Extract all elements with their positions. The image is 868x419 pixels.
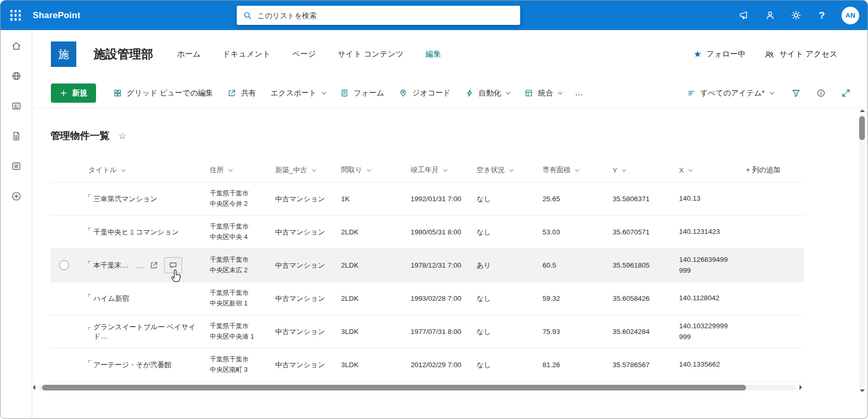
cell-vacancy: なし [477, 360, 542, 370]
automate-button[interactable]: 自動化 [459, 83, 516, 103]
table-row-hovered[interactable]: 本千葉末… … 千葉県千葉市中央区末広 2 中古マンシ [50, 249, 804, 282]
row-share-button[interactable] [150, 261, 158, 270]
scroll-up-arrow-icon[interactable] [860, 109, 865, 112]
column-header-vacancy[interactable]: 空き状況 [477, 165, 542, 175]
geocode-button[interactable]: ジオコード [393, 83, 456, 103]
info-button[interactable] [812, 85, 829, 101]
column-header-title[interactable]: タイトル [88, 165, 210, 175]
site-title[interactable]: 施設管理部 [93, 46, 153, 62]
more-commands-button[interactable]: … [571, 83, 588, 103]
column-label: Y [613, 166, 617, 174]
follow-button[interactable]: ★ フォロー中 [694, 49, 745, 60]
export-button[interactable]: エクスポート [265, 83, 331, 103]
help-icon[interactable]: ? [816, 9, 828, 22]
form-icon [340, 89, 349, 97]
row-more-button[interactable]: … [136, 261, 144, 270]
cell-area: 75.93 [542, 328, 613, 336]
table-row[interactable]: ハイム新宿 千葉県千葉市中央区新宿 1 中古マンション 2LDK 1993/02… [50, 282, 804, 315]
cell-title[interactable]: 千葉中央ヒミコマンション [93, 228, 179, 237]
table-row[interactable]: 三幸第弐マンション 千葉県千葉市中央区今井 2 中古マンション 1K 1992/… [50, 183, 804, 216]
cell-layout: 3LDK [341, 328, 411, 336]
column-header-address[interactable]: 住所 [210, 165, 275, 175]
nav-site-contents[interactable]: サイト コンテンツ [338, 49, 404, 59]
row-hover-actions: … [136, 257, 182, 273]
table-row[interactable]: 千葉中央ヒミコマンション 千葉県千葉市中央区中央 4 中古マンション 2LDK … [50, 216, 804, 249]
site-access-button[interactable]: サイト アクセス [764, 49, 837, 60]
scroll-left-arrow-icon[interactable] [33, 385, 35, 390]
column-label: 新築_中古 [275, 165, 307, 175]
cell-y: 35.5961805 [613, 261, 679, 269]
cell-type: 中古マンション [275, 294, 341, 303]
view-selector-label: すべてのアイテム* [700, 88, 765, 98]
add-icon[interactable] [11, 191, 22, 202]
horizontal-scroll-thumb[interactable] [42, 385, 746, 390]
forms-button[interactable]: フォーム [334, 83, 390, 103]
view-selector-button[interactable]: すべてのアイテム* [681, 83, 779, 103]
app-launcher-button[interactable] [1, 1, 31, 30]
nav-documents[interactable]: ドキュメント [223, 49, 270, 59]
site-nav: ホーム ドキュメント ページ サイト コンテンツ 編集 [177, 49, 441, 59]
cell-title[interactable]: アーテージ・そが弐番館 [93, 360, 171, 370]
vertical-scroll-track[interactable] [859, 114, 865, 387]
integrate-button[interactable]: 統合 [519, 83, 567, 103]
expand-icon [841, 88, 851, 98]
filter-button[interactable] [788, 85, 804, 101]
column-header-type[interactable]: 新築_中古 [275, 165, 341, 175]
column-label: 住所 [210, 165, 224, 175]
feedback-icon[interactable] [764, 9, 776, 22]
nav-edit[interactable]: 編集 [426, 49, 441, 59]
star-outline-icon[interactable]: ☆ [118, 131, 126, 142]
filter-icon [791, 88, 801, 98]
site-logo[interactable]: 施 [51, 41, 76, 67]
row-select-radio[interactable] [59, 260, 69, 270]
cell-title[interactable]: ハイム新宿 [93, 294, 129, 303]
share-button[interactable]: 共有 [222, 83, 262, 103]
cell-type: 中古マンション [275, 194, 341, 204]
cell-x: 140.1335662 [679, 359, 737, 370]
chevron-down-icon [367, 167, 371, 171]
column-header-area[interactable]: 専有面積 [542, 165, 613, 175]
cell-x: 140.103229999999 [679, 321, 737, 342]
grid-view-edit-label: グリッド ビューでの編集 [127, 88, 213, 98]
column-header-x[interactable]: X [679, 166, 746, 174]
column-header-y[interactable]: Y [613, 166, 679, 174]
brand-label[interactable]: SharePoint [33, 10, 80, 21]
news-icon[interactable] [11, 101, 22, 111]
scroll-down-arrow-icon[interactable] [860, 389, 865, 392]
search-input[interactable] [257, 11, 514, 20]
people-icon [764, 49, 775, 60]
new-button[interactable]: 新規 [51, 83, 96, 103]
vertical-scroll-thumb[interactable] [859, 116, 865, 140]
fullscreen-button[interactable] [837, 85, 854, 101]
grid-view-edit-button[interactable]: グリッド ビューでの編集 [107, 83, 219, 103]
chevron-down-icon [311, 167, 316, 171]
megaphone-icon[interactable] [738, 9, 750, 22]
cell-title[interactable]: 本千葉末… [93, 261, 129, 270]
nav-pages[interactable]: ページ [292, 49, 316, 59]
home-icon[interactable] [11, 40, 22, 51]
search-box[interactable] [237, 6, 520, 25]
list-title-block: 管理物件一覧 ☆ [50, 129, 126, 143]
list-icon[interactable] [11, 161, 22, 172]
avatar[interactable]: AN [842, 7, 859, 24]
cell-area: 81.26 [542, 361, 613, 369]
nav-home[interactable]: ホーム [177, 49, 201, 59]
column-header-layout[interactable]: 間取り [341, 165, 411, 175]
document-icon[interactable] [11, 131, 22, 142]
cell-built: 1992/01/31 7:00 [411, 195, 477, 203]
table-row[interactable]: アーテージ・そが弐番館 千葉県千葉市中央区南町 3 中古マンション 3LDK 2… [50, 348, 804, 382]
column-header-built[interactable]: 竣工年月 [411, 165, 477, 175]
settings-gear-icon[interactable] [790, 9, 802, 22]
row-comment-button[interactable] [164, 257, 182, 273]
globe-icon[interactable] [11, 71, 22, 81]
cell-layout: 2LDK [341, 228, 411, 236]
title-marker-icon [88, 228, 91, 230]
cell-title[interactable]: 三幸第弐マンション [93, 194, 157, 204]
horizontal-scroll-track[interactable] [39, 385, 796, 390]
scroll-right-arrow-icon[interactable] [799, 385, 802, 390]
add-column-button[interactable]: + 列の追加 [746, 165, 804, 175]
cell-title[interactable]: グランスイートブルー ベイサイド… [93, 323, 204, 341]
command-bar: 新規 グリッド ビューでの編集 共有 エクスポート フォーム [32, 78, 867, 108]
chevron-down-icon [506, 90, 510, 94]
table-row[interactable]: グランスイートブルー ベイサイド… 千葉県千葉市中央区中央港 1 中古マンション… [50, 315, 804, 348]
